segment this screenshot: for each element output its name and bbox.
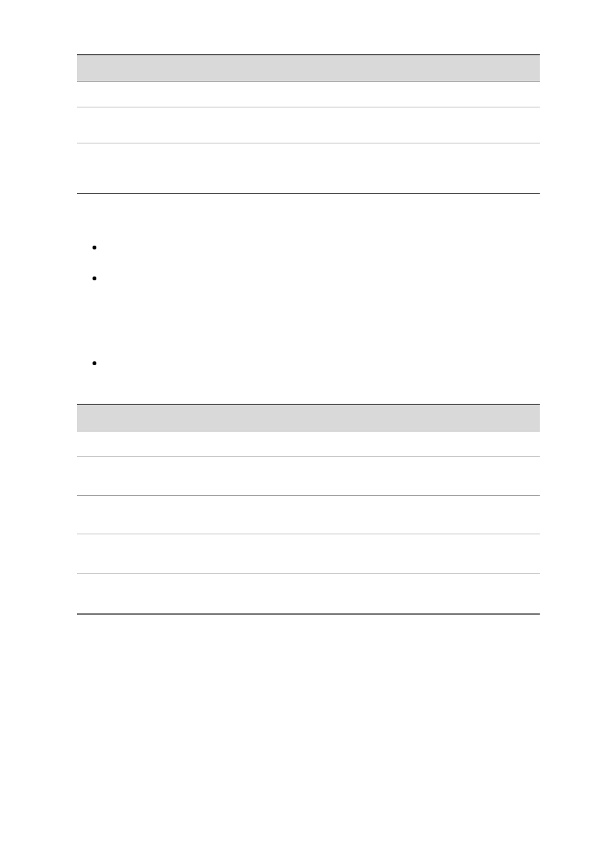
table-cell xyxy=(382,534,540,574)
table-cell xyxy=(77,457,235,495)
table-row xyxy=(77,534,540,574)
table-row xyxy=(77,107,540,143)
table-cell xyxy=(235,457,382,495)
table-cell xyxy=(218,82,347,107)
table-a-header-2 xyxy=(218,55,347,81)
table-cell xyxy=(382,574,540,613)
table-row xyxy=(77,495,540,534)
table-b-header-1 xyxy=(77,405,235,431)
table-cell xyxy=(77,431,235,457)
table-cell xyxy=(382,431,540,457)
table-cell xyxy=(77,496,235,534)
table-b-header-row xyxy=(77,405,540,431)
table-cell xyxy=(235,496,382,534)
list-item xyxy=(93,243,540,251)
table-cell xyxy=(347,107,540,143)
table-cell xyxy=(382,496,540,534)
table-row xyxy=(77,143,540,193)
table-cell xyxy=(77,107,218,143)
table-a-header-row xyxy=(77,55,540,81)
table-a-header-3 xyxy=(347,55,540,81)
table-a xyxy=(77,54,540,194)
table-cell xyxy=(347,143,540,193)
list-item xyxy=(93,274,540,282)
table-cell xyxy=(218,143,347,193)
table-cell xyxy=(218,107,347,143)
page-content xyxy=(77,54,540,615)
table-cell xyxy=(235,574,382,613)
table-cell xyxy=(235,534,382,574)
table-cell xyxy=(77,574,235,613)
table-cell xyxy=(382,457,540,495)
table-b xyxy=(77,404,540,615)
bullet-list xyxy=(77,243,540,366)
table-cell xyxy=(77,534,235,574)
table-a-header-1 xyxy=(77,55,218,81)
list-item xyxy=(93,359,540,366)
table-row xyxy=(77,431,540,457)
table-cell xyxy=(77,143,218,193)
table-cell xyxy=(235,431,382,457)
table-b-header-2 xyxy=(235,405,382,431)
table-cell xyxy=(347,82,540,107)
table-b-header-3 xyxy=(382,405,540,431)
table-cell xyxy=(77,82,218,107)
table-row xyxy=(77,457,540,495)
table-row xyxy=(77,81,540,107)
table-row xyxy=(77,574,540,613)
